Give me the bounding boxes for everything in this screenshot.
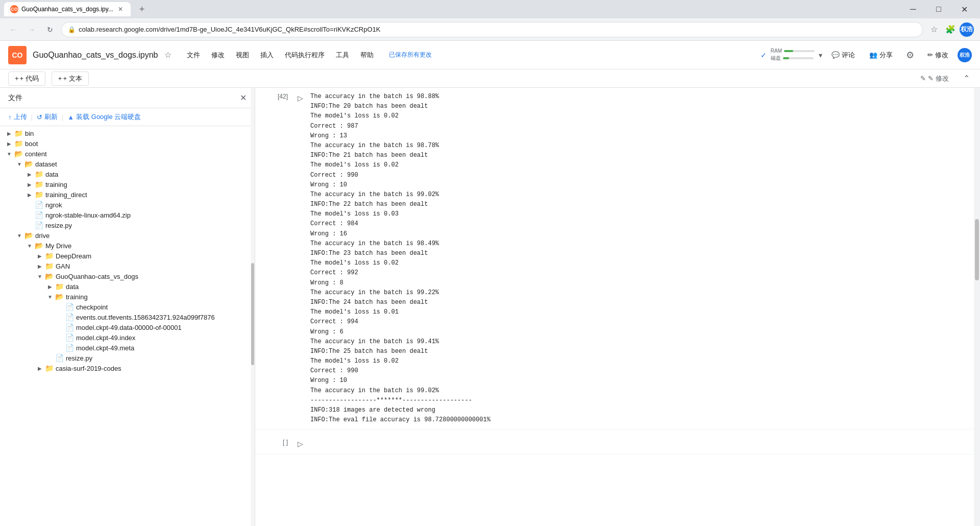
tree-item-resize-py2[interactable]: 📄 resize.py [0,353,251,363]
cell-42-number: [42] [263,92,294,100]
tree-label-guoquanhao: GuoQuanhao-cats_vs_dogs [56,273,138,280]
right-scrollbar[interactable] [974,88,980,526]
toolbar-edit-button[interactable]: ✎ ✎ 修改 [914,72,955,85]
tree-item-training[interactable]: ▶ 📁 training [0,179,251,189]
close-button[interactable]: ✕ [952,0,976,18]
star-button[interactable]: ☆ [164,50,172,60]
toggle-boot[interactable]: ▶ [4,141,14,147]
minimize-button[interactable]: ─ [901,0,925,18]
tree-item-data1[interactable]: ▶ 📁 data [0,169,251,179]
tree-item-resize-py[interactable]: 📄 resize.py [0,220,251,230]
active-tab[interactable]: CO GuoQuanhao_cats_vs_dogs.ipy... ✕ [4,2,131,16]
profile-avatar[interactable]: 权浩 [960,22,974,37]
toggle-deepdream[interactable]: ▶ [35,253,45,259]
file-checkpoint-icon: 📄 [65,303,74,311]
upload-button[interactable]: ↑ 上传 [8,112,27,122]
folder-deepdream-icon: 📁 [45,252,54,260]
tree-label-content: content [25,150,47,158]
window-controls: ─ □ ✕ [901,0,976,18]
settings-button[interactable]: ⚙ [902,47,918,63]
tree-item-gan[interactable]: ▶ 📁 GAN [0,261,251,271]
toggle-guoquanhao[interactable]: ▼ [35,274,45,279]
edit-pencil-icon: ✏ [927,51,933,59]
expand-button[interactable]: ⌃ [961,71,972,85]
cell-42-run-button[interactable]: ▷ [294,92,306,104]
tree-item-ngrok[interactable]: 📄 ngrok [0,200,251,210]
menu-edit[interactable]: 修改 [206,47,230,63]
tree-item-checkpoint[interactable]: 📄 checkpoint [0,302,251,312]
tree-label-resize-py: resize.py [45,222,72,229]
mount-drive-button[interactable]: ▲ 装载 Google 云端硬盘 [67,112,141,122]
tab-close-button[interactable]: ✕ [116,5,125,13]
tree-item-ngrok-stable[interactable]: 📄 ngrok-stable-linux-amd64.zip [0,210,251,220]
tree-item-content[interactable]: ▼ 📂 content [0,149,251,159]
tree-label-mydrive: My Drive [45,242,71,250]
toggle-data1[interactable]: ▶ [24,172,35,177]
tree-item-casia[interactable]: ▶ 📁 casia-surf-2019-codes [0,363,251,373]
toggle-casia[interactable]: ▶ [35,366,45,371]
tree-item-deepdream[interactable]: ▶ 📁 DeepDream [0,251,251,261]
sidebar-scrollbar-thumb[interactable] [251,263,254,365]
sidebar-scrollbar[interactable] [251,88,255,526]
toggle-content[interactable]: ▼ [4,151,14,157]
tree-item-training2[interactable]: ▼ 📂 training [0,292,251,302]
cell-empty-run-button[interactable]: ▷ [294,438,306,450]
tree-label-casia: casia-surf-2019-codes [56,365,121,372]
tree-label-deepdream: DeepDream [56,252,91,260]
bookmark-button[interactable]: ☆ [927,22,941,37]
tree-item-model-index[interactable]: 📄 model.ckpt-49.index [0,332,251,343]
tree-item-data2[interactable]: ▶ 📁 data [0,281,251,292]
new-tab-button[interactable]: + [135,2,149,16]
file-model-index-icon: 📄 [65,333,74,342]
toggle-training-direct[interactable]: ▶ [24,192,35,198]
toggle-gan[interactable]: ▶ [35,264,45,269]
menu-tools[interactable]: 工具 [331,47,354,63]
edit-button[interactable]: ✏ 修改 [922,47,953,63]
toggle-data2[interactable]: ▶ [45,284,55,290]
tab-title: GuoQuanhao_cats_vs_dogs.ipy... [21,6,113,13]
refresh-files-button[interactable]: ↺ 刷新 [37,112,58,122]
comment-button[interactable]: 💬 评论 [826,47,860,63]
tree-item-model-meta[interactable]: 📄 model.ckpt-49.meta [0,343,251,353]
user-avatar[interactable]: 权浩 [958,48,972,62]
notebook-title: GuoQuanhao_cats_vs_dogs.ipynb [33,51,158,60]
back-button[interactable]: ← [6,22,20,37]
tree-item-guoquanhao[interactable]: ▼ 📂 GuoQuanhao-cats_vs_dogs [0,271,251,281]
toggle-dataset[interactable]: ▼ [14,161,24,167]
tree-item-bin[interactable]: ▶ 📁 bin [0,128,251,138]
tree-label-gan: GAN [56,262,70,270]
sidebar-panel: 文件 ✕ ↑ 上传 | ↺ 刷新 | ▲ 装载 G [0,88,255,526]
address-input[interactable]: 🔒 colab.research.google.com/drive/1md7B-… [61,22,923,37]
add-code-button[interactable]: + + 代码 [8,71,45,86]
tree-item-mydrive[interactable]: ▼ 📂 My Drive [0,241,251,251]
tree-item-training-direct[interactable]: ▶ 📁 training_direct [0,189,251,200]
add-text-button[interactable]: + + 文本 [52,71,89,86]
menu-file[interactable]: 文件 [182,47,205,63]
toggle-training[interactable]: ▶ [24,182,35,187]
tree-item-events[interactable]: 📄 events.out.tfevents.1586342371.924a099… [0,312,251,322]
sidebar-inner: 文件 ✕ ↑ 上传 | ↺ 刷新 | ▲ 装载 G [0,88,251,526]
sidebar-close-button[interactable]: ✕ [240,93,247,103]
tree-item-boot[interactable]: ▶ 📁 boot [0,138,251,149]
toggle-training2[interactable]: ▼ [45,294,55,300]
toggle-bin[interactable]: ▶ [4,131,14,136]
tree-item-model-data[interactable]: 📄 model.ckpt-49.data-00000-of-00001 [0,322,251,332]
extension-button[interactable]: 🧩 [943,22,958,37]
file-events-icon: 📄 [65,313,74,321]
maximize-button[interactable]: □ [927,0,950,18]
file-resize-py2-icon: 📄 [55,354,64,362]
tree-item-dataset[interactable]: ▼ 📂 dataset [0,159,251,169]
menu-view[interactable]: 视图 [231,47,254,63]
menu-insert[interactable]: 插入 [255,47,279,63]
toggle-mydrive[interactable]: ▼ [24,243,35,249]
right-scrollbar-thumb[interactable] [975,219,979,280]
menu-runtime[interactable]: 代码执行程序 [280,47,330,63]
menu-help[interactable]: 帮助 [355,47,379,63]
forward-button[interactable]: → [24,22,39,37]
share-button[interactable]: 👥 分享 [864,47,898,63]
tree-item-drive[interactable]: ▼ 📂 drive [0,230,251,241]
indicator-expand-button[interactable]: ▾ [819,51,822,59]
url-text: colab.research.google.com/drive/1md7B-ge… [79,26,916,33]
refresh-button[interactable]: ↻ [43,22,57,37]
toggle-drive[interactable]: ▼ [14,233,24,238]
